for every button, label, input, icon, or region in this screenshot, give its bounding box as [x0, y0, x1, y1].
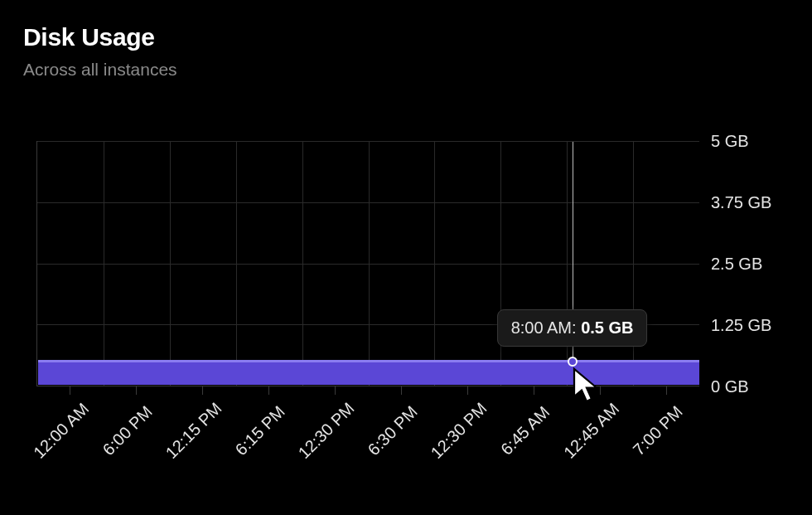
y-tick-label: 0 GB — [711, 377, 749, 396]
y-tick-label: 1.25 GB — [711, 316, 771, 335]
x-tick-label: 12:45 AM — [560, 399, 623, 462]
y-tick-label: 5 GB — [711, 132, 749, 151]
x-tick-label: 6:15 PM — [232, 402, 289, 459]
x-tick-label: 12:30 PM — [428, 399, 491, 463]
series-fill — [38, 361, 699, 386]
hover-point — [568, 357, 578, 367]
y-tick-label: 2.5 GB — [711, 255, 762, 274]
chart-title: Disk Usage — [23, 23, 812, 51]
chart-header: Disk Usage Across all instances — [0, 0, 812, 80]
plot-box: 8:00 AM: 0.5 GB — [36, 141, 699, 386]
y-tick-label: 3.75 GB — [711, 193, 771, 212]
x-tick-label: 12:15 PM — [162, 399, 226, 463]
chart-plot-area[interactable]: 8:00 AM: 0.5 GB — [36, 141, 699, 386]
x-tick-label: 12:30 PM — [295, 399, 359, 463]
tooltip-value: 0.5 GB — [581, 318, 633, 337]
x-tick-label: 6:45 AM — [497, 402, 553, 459]
x-tick-label: 12:00 AM — [30, 399, 93, 462]
tooltip-time: 8:00 AM — [511, 318, 572, 337]
x-tick-label: 7:00 PM — [630, 402, 687, 459]
x-tick-label: 6:30 PM — [365, 402, 422, 459]
series-line — [38, 360, 699, 362]
chart-subtitle: Across all instances — [23, 60, 812, 80]
x-tick-label: 6:00 PM — [99, 402, 157, 459]
hover-tooltip: 8:00 AM: 0.5 GB — [497, 309, 648, 347]
